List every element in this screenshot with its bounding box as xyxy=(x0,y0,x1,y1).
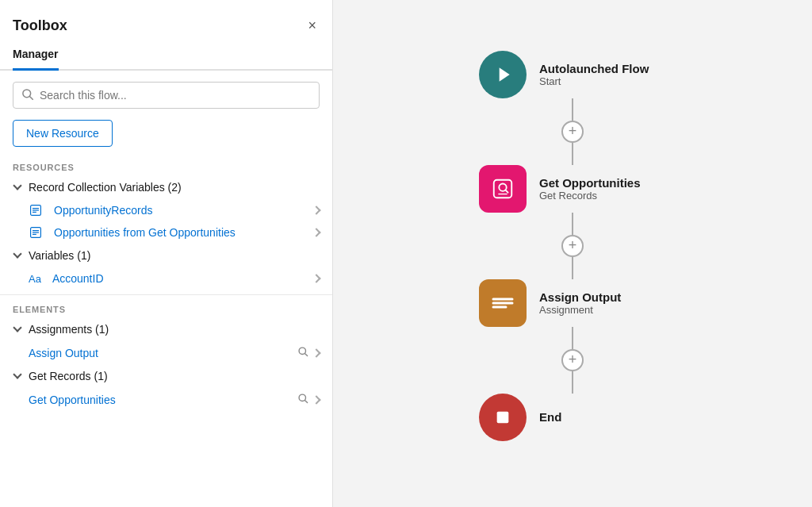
get-records-node-icon[interactable] xyxy=(479,165,527,213)
assignment-node-title: Assign Output xyxy=(539,290,666,304)
flow-container: Autolaunched Flow Start + Get Opportunit… xyxy=(479,51,666,441)
connector-2: + xyxy=(561,213,584,279)
get-records-node-info: Get Opportunities Get Records xyxy=(539,176,666,202)
get-records-node-row: Get Opportunities Get Records xyxy=(479,165,666,213)
search-small-icon[interactable] xyxy=(297,346,308,359)
chevron-right-icon xyxy=(313,348,320,358)
svg-line-1 xyxy=(30,97,33,100)
end-node-row: End xyxy=(479,394,666,441)
svg-marker-14 xyxy=(500,67,510,81)
assignments-label: Assignments (1) xyxy=(29,323,109,336)
sidebar-header: Toolbox × xyxy=(0,0,332,37)
record-collection-label: Record Collection Variables (2) xyxy=(29,181,182,194)
assign-output-link[interactable]: Assign Output xyxy=(29,347,293,359)
chevron-right-icon xyxy=(313,228,320,237)
account-id-link[interactable]: AccountID xyxy=(52,272,308,285)
svg-rect-15 xyxy=(494,179,512,198)
opp-records-link[interactable]: OpportunityRecords xyxy=(54,204,308,217)
svg-line-17 xyxy=(505,190,508,192)
assignments-group[interactable]: Assignments (1) xyxy=(0,317,332,341)
section-divider xyxy=(0,294,332,295)
list-item: Aa AccountID xyxy=(0,267,332,290)
chevron-down-icon xyxy=(13,182,24,193)
chevron-right-icon xyxy=(313,395,320,405)
tab-manager[interactable]: Manager xyxy=(13,48,59,71)
get-records-node-subtitle: Get Records xyxy=(539,190,666,202)
start-node-info: Autolaunched Flow Start xyxy=(539,62,666,87)
assignment-node-icon[interactable] xyxy=(479,279,527,327)
start-node-subtitle: Start xyxy=(539,75,666,87)
search-icon xyxy=(21,88,33,102)
list-item: Assign Output xyxy=(0,341,332,364)
chevron-down-icon xyxy=(13,250,24,261)
chevron-right-icon xyxy=(313,205,320,215)
record-icon xyxy=(29,226,43,239)
chevron-down-icon xyxy=(13,371,24,382)
list-item: Get Opportunities xyxy=(0,388,332,411)
canvas: Autolaunched Flow Start + Get Opportunit… xyxy=(333,0,812,507)
vert-line xyxy=(572,327,573,349)
plus-button-2[interactable]: + xyxy=(561,235,584,257)
opp-from-get-link[interactable]: Opportunities from Get Opportunities xyxy=(54,226,308,239)
plus-button-3[interactable]: + xyxy=(561,349,584,371)
variables-group[interactable]: Variables (1) xyxy=(0,244,332,267)
vert-line xyxy=(572,257,573,279)
new-resource-row: New Resource xyxy=(0,120,332,158)
search-box xyxy=(13,82,320,109)
svg-line-13 xyxy=(304,400,307,402)
chevron-right-icon xyxy=(313,274,320,283)
connector-1: + xyxy=(561,98,584,165)
assignment-node-subtitle: Assignment xyxy=(539,304,666,316)
record-collection-group[interactable]: Record Collection Variables (2) xyxy=(0,175,332,199)
get-opportunities-link[interactable]: Get Opportunities xyxy=(29,394,293,406)
new-resource-button[interactable]: New Resource xyxy=(13,120,113,147)
start-node-icon[interactable] xyxy=(479,51,527,98)
list-item: Opportunities from Get Opportunities xyxy=(0,221,332,244)
get-records-node-title: Get Opportunities xyxy=(539,176,666,190)
vert-line xyxy=(572,98,573,121)
start-node-title: Autolaunched Flow xyxy=(539,62,666,75)
svg-line-11 xyxy=(304,353,307,355)
plus-button-1[interactable]: + xyxy=(561,121,584,143)
assignment-node-info: Assign Output Assignment xyxy=(539,290,666,316)
end-node-info: End xyxy=(539,410,666,424)
search-small-icon[interactable] xyxy=(297,393,308,406)
text-var-icon: Aa xyxy=(29,273,41,285)
assignment-node-row: Assign Output Assignment xyxy=(479,279,666,327)
get-records-group[interactable]: Get Records (1) xyxy=(0,364,332,388)
elements-section-label: ELEMENTS xyxy=(0,300,332,317)
start-node-row: Autolaunched Flow Start xyxy=(479,51,666,98)
chevron-down-icon xyxy=(13,324,24,335)
svg-rect-22 xyxy=(497,411,509,423)
vert-line xyxy=(572,143,573,165)
sidebar: Toolbox × Manager New Resource RESOURCES… xyxy=(0,0,333,507)
resources-section-label: RESOURCES xyxy=(0,158,332,175)
search-input[interactable] xyxy=(40,89,311,102)
connector-3: + xyxy=(561,327,584,394)
vert-line xyxy=(572,371,573,394)
sidebar-title: Toolbox xyxy=(13,17,67,34)
variables-label: Variables (1) xyxy=(29,249,90,262)
end-node-title: End xyxy=(539,410,666,424)
end-node-icon[interactable] xyxy=(479,394,527,441)
close-button[interactable]: × xyxy=(304,14,320,37)
list-item: OpportunityRecords xyxy=(0,199,332,221)
search-row xyxy=(0,71,332,120)
tabs-row: Manager xyxy=(0,37,332,71)
record-icon xyxy=(29,204,43,217)
get-records-label: Get Records (1) xyxy=(29,370,108,382)
vert-line xyxy=(572,213,573,235)
